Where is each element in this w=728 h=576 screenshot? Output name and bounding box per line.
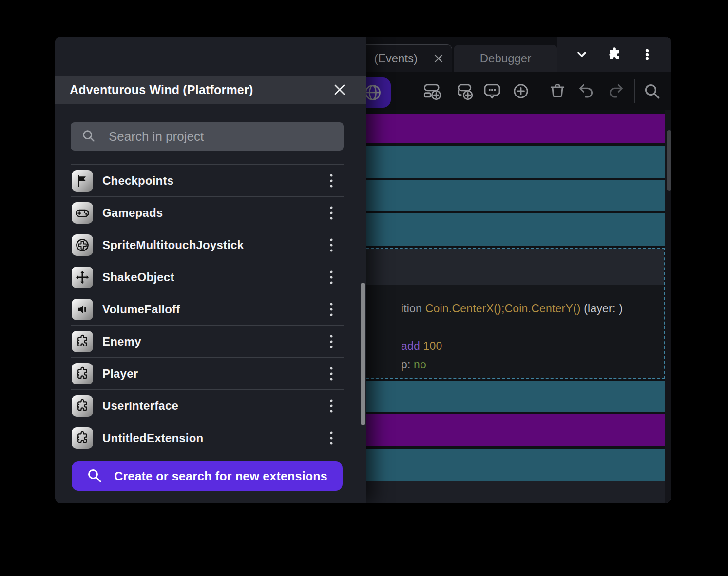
add-subevent-button[interactable]: [454, 81, 474, 101]
action-value: no: [414, 358, 426, 371]
search-icon: [642, 81, 662, 101]
event-row[interactable]: [361, 146, 665, 178]
overflow-menu-icon[interactable]: [639, 47, 655, 62]
extension-list-item[interactable]: ShakeObject: [71, 261, 344, 293]
extension-menu-button[interactable]: [324, 363, 339, 384]
puzzle-icon: [72, 363, 93, 384]
search-events-button[interactable]: [642, 81, 662, 101]
event-row[interactable]: [361, 180, 665, 211]
event-row[interactable]: [361, 213, 665, 246]
extension-list: Checkpoints Gamepads: [71, 164, 344, 454]
close-tab-icon[interactable]: [434, 54, 443, 63]
screen: (Events) Debugger: [0, 0, 728, 576]
event-row[interactable]: [361, 114, 665, 143]
joystick-icon: [72, 234, 93, 256]
project-search-input[interactable]: [108, 129, 335, 145]
gamepad-icon: [72, 202, 93, 224]
extension-name: ShakeObject: [102, 270, 324, 284]
extension-menu-button[interactable]: [324, 331, 339, 352]
search-icon: [81, 129, 97, 144]
extension-menu-button[interactable]: [324, 202, 339, 224]
extension-name: UserInterface: [102, 399, 324, 413]
trash-icon: [548, 81, 567, 101]
search-icon: [87, 468, 103, 484]
extension-menu-button[interactable]: [324, 267, 339, 288]
tab-bar-actions: [557, 37, 671, 72]
create-extension-label: Create or search for new extensions: [114, 469, 327, 483]
extension-list-item[interactable]: Gamepads: [71, 196, 344, 229]
event-action-line[interactable]: ition Coin.CenterX();Coin.CenterY() (lay…: [369, 289, 623, 328]
action-text: p:: [401, 358, 414, 371]
extension-name: UntitledExtension: [102, 431, 324, 445]
undo-icon: [577, 81, 596, 101]
add-comment-button[interactable]: [482, 81, 502, 101]
tab-debugger[interactable]: Debugger: [454, 45, 557, 72]
extension-name: Player: [102, 367, 324, 381]
extension-menu-button[interactable]: [324, 234, 339, 256]
flag-icon: [72, 170, 93, 192]
event-row[interactable]: [361, 414, 665, 446]
event-row[interactable]: [361, 449, 665, 481]
extension-name: SpriteMultitouchJoystick: [102, 238, 324, 252]
event-action-line[interactable]: p: no: [369, 345, 426, 384]
toolbar-divider: [634, 79, 635, 103]
add-event-icon: [422, 81, 442, 101]
project-title: Adventurous Wind (Platformer): [70, 83, 253, 97]
close-panel-button[interactable]: [331, 81, 348, 98]
extension-name: Gamepads: [102, 206, 324, 220]
redo-button[interactable]: [606, 81, 625, 101]
extension-name: Checkpoints: [102, 174, 324, 188]
redo-icon: [606, 81, 625, 101]
extension-menu-button[interactable]: [324, 170, 339, 192]
plus-circle-icon: [511, 81, 531, 101]
project-manager-panel: Adventurous Wind (Platformer): [55, 37, 366, 503]
action-text: ition: [401, 302, 425, 315]
extension-menu-button[interactable]: [324, 427, 339, 449]
delete-button[interactable]: [548, 81, 567, 101]
extension-list-item[interactable]: Enemy: [71, 325, 344, 357]
chevron-down-icon[interactable]: [574, 47, 590, 62]
project-manager-header: Adventurous Wind (Platformer): [55, 76, 366, 104]
create-extension-button[interactable]: Create or search for new extensions: [72, 461, 343, 491]
extension-list-item[interactable]: SpriteMultitouchJoystick: [71, 229, 344, 261]
toolbar-divider: [539, 79, 539, 103]
events-scrollbar-thumb[interactable]: [667, 130, 671, 191]
move-arrows-icon: [72, 267, 93, 288]
add-other-event-button[interactable]: [511, 81, 531, 101]
action-expression: Coin.CenterX();Coin.CenterY(): [425, 302, 581, 315]
undo-button[interactable]: [577, 81, 596, 101]
tab-debugger-label: Debugger: [480, 52, 531, 65]
action-suffix: (layer: ): [581, 302, 623, 315]
tab-events-label: (Events): [374, 52, 418, 65]
event-row[interactable]: [361, 381, 665, 412]
selected-event-block[interactable]: ition Coin.CenterX();Coin.CenterY() (lay…: [361, 248, 665, 379]
extension-list-item[interactable]: UserInterface: [71, 389, 344, 422]
close-icon: [332, 82, 347, 97]
extension-menu-button[interactable]: [324, 299, 339, 320]
add-subevent-icon: [454, 81, 474, 101]
extension-name: VolumeFalloff: [102, 303, 324, 316]
panel-scrollbar-thumb[interactable]: [361, 283, 365, 425]
project-search-box[interactable]: [71, 122, 344, 151]
extension-menu-button[interactable]: [324, 395, 339, 417]
comment-icon: [482, 81, 502, 101]
extension-list-item[interactable]: Checkpoints: [71, 164, 344, 196]
puzzle-icon: [72, 331, 93, 352]
extension-list-item[interactable]: UntitledExtension: [71, 422, 344, 454]
extension-list-item[interactable]: Player: [71, 357, 344, 389]
puzzle-icon: [72, 427, 93, 449]
add-event-button[interactable]: [422, 81, 442, 101]
extension-name: Enemy: [102, 335, 324, 348]
extension-list-item[interactable]: VolumeFalloff: [71, 293, 344, 325]
extensions-puzzle-icon[interactable]: [606, 46, 623, 63]
puzzle-icon: [72, 395, 93, 417]
event-conditions-area[interactable]: [362, 249, 664, 285]
speaker-icon: [72, 299, 93, 320]
